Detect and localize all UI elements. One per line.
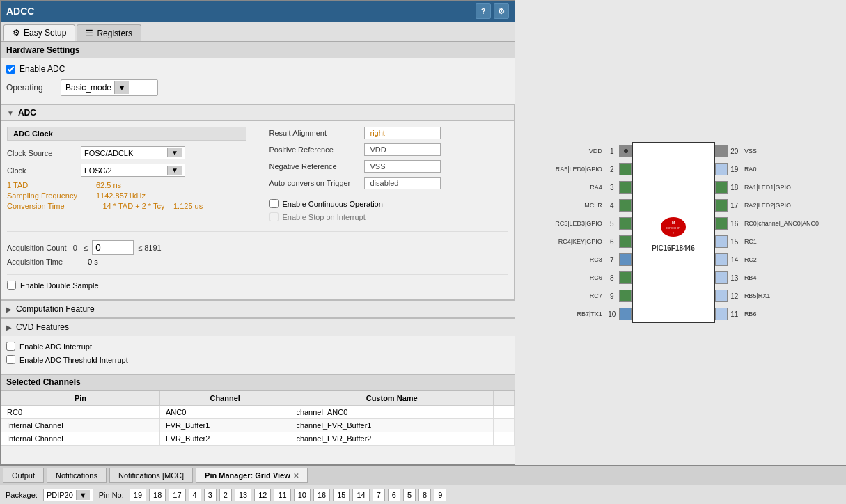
pin-label: RC6 xyxy=(542,274,605,281)
computation-triangle-icon: ▶ xyxy=(6,306,12,313)
pin-row-left: RC7 9 xyxy=(542,287,632,305)
pin-number-btn[interactable]: 13 xyxy=(235,489,251,501)
pin-box[interactable] xyxy=(715,181,728,194)
selected-channels-header: Selected Channels xyxy=(1,375,515,391)
operating-dropdown-arrow[interactable]: ▼ xyxy=(114,81,129,94)
tab-easy-setup[interactable]: ⚙ Easy Setup xyxy=(3,24,75,41)
pin-box[interactable] xyxy=(715,163,728,175)
cvd-section: ▶ CVD Features xyxy=(1,318,515,336)
conversion-row: Conversion Time = 14 * TAD + 2 * Tcy = 1… xyxy=(7,202,246,210)
pin-number-btn[interactable]: 3 xyxy=(204,489,217,501)
pin-number-btn[interactable]: 12 xyxy=(254,489,271,501)
neg-ref-label: Negative Reference xyxy=(269,162,360,171)
double-sample-checkbox[interactable] xyxy=(7,281,16,290)
sampling-row: Sampling Frequency 1142.8571kHz xyxy=(7,191,246,200)
pin-row-right: 16 RC0|channel_ANC0|ANC0 xyxy=(715,214,819,233)
channels-table: Pin Channel Custom Name RC0ANC0channel_A… xyxy=(1,391,515,446)
pin-box[interactable] xyxy=(619,199,632,212)
settings-button[interactable]: ⚙ xyxy=(494,3,509,19)
bottom-tab[interactable]: Notifications [MCC] xyxy=(109,468,193,483)
pin-box[interactable] xyxy=(619,235,632,248)
bottom-tab[interactable]: Output xyxy=(3,468,44,483)
pin-row-right: 18 RA1|LED1|GPIO xyxy=(715,178,819,196)
pin-number-btn[interactable]: 11 xyxy=(274,489,290,501)
clock-source-select[interactable]: FOSC/ADCLK ▼ xyxy=(81,146,185,159)
pin-row-left: RA5|LED0|GPIO 2 xyxy=(542,160,632,178)
pin-number-btn[interactable]: 6 xyxy=(388,489,400,501)
pin-box[interactable] xyxy=(619,181,632,194)
pin-box[interactable] xyxy=(715,235,728,248)
pin-row-right: 13 RB4 xyxy=(715,269,819,287)
pin-number-btn[interactable]: 15 xyxy=(333,489,350,501)
pin-number-btn[interactable]: 9 xyxy=(434,489,446,501)
pin-num: 4 xyxy=(605,202,619,210)
sampling-label: Sampling Frequency xyxy=(7,191,91,200)
threshold-interrupt-row: Enable ADC Threshold Interrupt xyxy=(6,355,509,364)
acq-time-row: Acquisition Time 0 s xyxy=(7,258,508,266)
pin-number-btn[interactable]: 8 xyxy=(418,489,431,501)
enable-adc-checkbox[interactable] xyxy=(6,65,15,74)
pin-number-btn[interactable]: 10 xyxy=(294,489,311,501)
pin-num: 9 xyxy=(605,292,619,300)
enable-continuous-checkbox[interactable] xyxy=(269,199,279,208)
acq-time-label: Acquisition Time xyxy=(7,258,84,266)
pin-number-btn[interactable]: 14 xyxy=(352,489,369,501)
help-button[interactable]: ? xyxy=(476,3,491,19)
adc-interrupt-checkbox[interactable] xyxy=(6,342,15,351)
pin-num: 3 xyxy=(605,184,619,191)
adc-interrupt-row: Enable ADC Interrupt xyxy=(6,342,509,351)
tad-label: 1 TAD xyxy=(7,181,91,189)
pin-label: RB4 xyxy=(742,274,804,281)
pin-box[interactable] xyxy=(715,271,728,284)
clock-arrow[interactable]: ▼ xyxy=(167,166,182,175)
pin-number-btn[interactable]: 7 xyxy=(373,489,385,501)
pin-box[interactable] xyxy=(715,253,728,266)
package-arrow[interactable]: ▼ xyxy=(76,490,90,500)
pin-number-btn[interactable]: 19 xyxy=(130,489,146,501)
bottom-tab[interactable]: Notifications xyxy=(47,468,107,483)
adc-section-header[interactable]: ▼ ADC xyxy=(1,105,514,121)
pin-number-btn[interactable]: 2 xyxy=(219,489,232,501)
pin-box[interactable] xyxy=(715,145,728,157)
pin-row-left: RC4|KEY|GPIO 6 xyxy=(542,233,632,251)
bottom-tab[interactable]: Pin Manager: Grid View ✕ xyxy=(196,468,308,483)
pin-label: RC7 xyxy=(542,292,605,299)
pin-box[interactable] xyxy=(619,145,632,157)
enable-stop-checkbox[interactable] xyxy=(269,212,279,221)
clock-select[interactable]: FOSC/2 ▼ xyxy=(81,164,185,177)
pin-box[interactable] xyxy=(715,217,728,230)
bottom-tabs: OutputNotificationsNotifications [MCC]Pi… xyxy=(0,465,846,485)
pin-number-btn[interactable]: 4 xyxy=(189,489,201,501)
pin-box[interactable] xyxy=(715,308,728,320)
pin-box[interactable] xyxy=(619,163,632,175)
pin-box[interactable] xyxy=(619,217,632,230)
pin-label: RC5|LED3|GPIO xyxy=(542,220,605,227)
operating-row: Operating Basic_mode ▼ xyxy=(6,79,509,96)
pin-number-btn[interactable]: 17 xyxy=(169,489,185,501)
pin-box[interactable] xyxy=(619,290,632,302)
separator2 xyxy=(7,274,508,275)
threshold-interrupt-checkbox[interactable] xyxy=(6,355,15,364)
pin-box[interactable] xyxy=(715,290,728,302)
auto-trigger-row: Auto-conversion Trigger disabled xyxy=(269,177,509,189)
tab-close-icon[interactable]: ✕ xyxy=(293,472,299,480)
acq-count-input[interactable] xyxy=(92,240,134,255)
pin-no-label: Pin No: xyxy=(99,491,124,499)
package-select[interactable]: PDIP20 ▼ xyxy=(43,489,93,501)
pin-number-btn[interactable]: 18 xyxy=(149,489,166,501)
clock-source-arrow[interactable]: ▼ xyxy=(167,148,182,157)
cvd-header[interactable]: ▶ CVD Features xyxy=(1,319,515,336)
stop-interrupt-row: Enable Stop on Interrupt xyxy=(269,212,509,221)
pin-box[interactable] xyxy=(715,199,728,212)
computation-header[interactable]: ▶ Computation Feature xyxy=(1,301,515,318)
pin-number-btn[interactable]: 5 xyxy=(403,489,416,501)
tab-registers[interactable]: ☰ Registers xyxy=(77,24,141,41)
pin-box[interactable] xyxy=(619,271,632,284)
table-row: Internal ChannelFVR_Buffer1channel_FVR_B… xyxy=(1,419,515,432)
pin-box[interactable] xyxy=(619,253,632,266)
col-custom-name: Custom Name xyxy=(290,391,494,406)
adc-interrupt-label: Enable ADC Interrupt xyxy=(19,342,92,351)
operating-select[interactable]: Basic_mode ▼ xyxy=(61,79,158,96)
pin-box[interactable] xyxy=(619,308,632,320)
pin-number-btn[interactable]: 16 xyxy=(313,489,330,501)
